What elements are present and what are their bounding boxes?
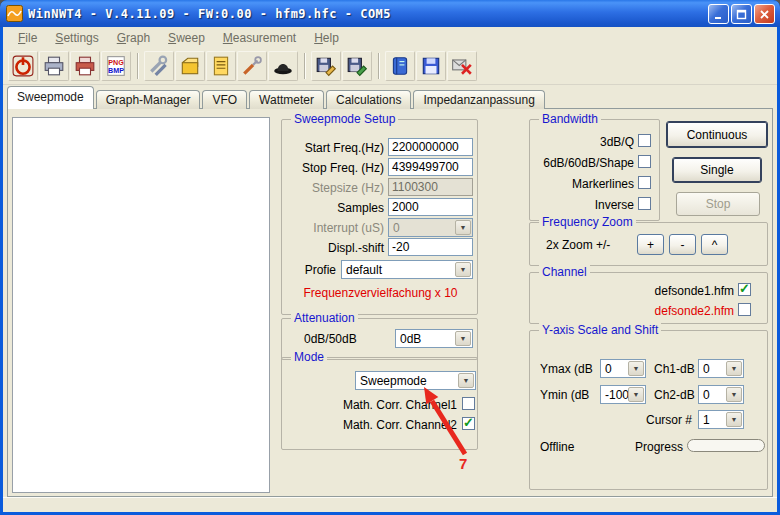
frequency-multiplier-note: Frequenzvervielfachung x 10 (282, 286, 479, 300)
print-color-button[interactable] (70, 51, 100, 81)
profile-label: Profie (284, 263, 336, 277)
ymin-combo[interactable]: -100 (600, 385, 646, 404)
dropdown-arrow-icon[interactable] (628, 387, 644, 402)
dropdown-arrow-icon[interactable] (726, 387, 742, 402)
start-freq-input[interactable]: 2200000000 (388, 138, 473, 156)
ch2-db-combo[interactable]: 0 (698, 385, 744, 404)
tools-button[interactable] (144, 51, 174, 81)
zoom-minus-button[interactable]: - (669, 234, 696, 255)
math-corr-ch1-checkbox[interactable] (462, 397, 475, 410)
attenuation-combo[interactable]: 0dB (395, 329, 473, 348)
check-mark: ✓ (463, 415, 474, 430)
sweep-display-listbox[interactable] (12, 117, 270, 493)
ch2-db-label: Ch2-dB (654, 388, 695, 402)
menu-measurement[interactable]: Measurement (214, 29, 305, 47)
profile-combo[interactable]: default (341, 260, 473, 279)
notebook-button[interactable] (385, 51, 415, 81)
stop-freq-label: Stop Freq. (Hz) (284, 161, 384, 175)
save-disk-icon (420, 55, 442, 77)
group-title: Frequency Zoom (539, 215, 636, 229)
app-icon (6, 5, 23, 22)
tab-graph-manager[interactable]: Graph-Manager (96, 90, 201, 109)
save-button[interactable] (416, 51, 446, 81)
menu-sweep[interactable]: Sweep (159, 29, 214, 47)
export-image-button[interactable]: PNG BMP (101, 51, 131, 81)
math-corr-ch1-label: Math. Corr. Channel1 (284, 398, 457, 412)
window-title: WinNWT4 - V.4.11.09 - FW:0.00 - hfm9.hfc… (28, 7, 391, 21)
save-edit-2-button[interactable] (342, 51, 372, 81)
print-button[interactable] (39, 51, 69, 81)
mail-delete-button[interactable] (447, 51, 477, 81)
mail-delete-icon (451, 55, 473, 77)
samples-input[interactable]: 2000 (388, 198, 473, 216)
single-button[interactable]: Single (672, 157, 762, 183)
channel2-label: defsonde2.hfm (534, 304, 734, 318)
dropdown-arrow-icon[interactable] (455, 331, 471, 346)
tab-sweepmode[interactable]: Sweepmode (7, 86, 94, 109)
dropdown-arrow-icon[interactable] (628, 361, 644, 376)
minimize-icon (713, 9, 724, 20)
cursor-combo[interactable]: 1 (698, 410, 744, 429)
menu-file[interactable]: File (9, 29, 46, 47)
continuous-button[interactable]: Continuous (666, 121, 768, 148)
cursor-label: Cursor # (592, 413, 692, 427)
service-tools-icon (241, 55, 263, 77)
service-tools-button[interactable] (237, 51, 267, 81)
dropdown-arrow-icon[interactable] (726, 412, 742, 427)
tab-impedanzanpassung[interactable]: Impedanzanpassung (413, 90, 544, 109)
group-title: Mode (291, 350, 327, 364)
status-bar (3, 497, 777, 512)
math-corr-ch2-label: Math. Corr. Channel2 (284, 418, 457, 432)
tools-wrench-icon (148, 55, 170, 77)
stop-freq-input[interactable]: 4399499700 (388, 158, 473, 176)
bandwidth-group: Bandwidth 3dB/Q 6dB/60dB/Shape Markerlin… (529, 119, 660, 221)
ymax-combo[interactable]: 0 (600, 359, 646, 378)
minimize-button[interactable] (708, 4, 729, 24)
close-button[interactable] (754, 4, 775, 24)
zoom-reset-button[interactable]: ^ (701, 234, 728, 255)
menu-bar: File Settings Graph Sweep Measurement He… (3, 27, 777, 48)
bw-inverse-label: Inverse (532, 198, 634, 212)
ch1-db-combo[interactable]: 0 (698, 359, 744, 378)
dropdown-arrow-icon[interactable] (455, 262, 471, 277)
menu-help[interactable]: Help (305, 29, 348, 47)
group-title: Sweepmode Setup (291, 112, 398, 126)
bw-6db-label: 6dB/60dB/Shape (532, 156, 634, 170)
tab-bar: Sweepmode Graph-Manager VFO Wattmeter Ca… (7, 86, 547, 109)
printer-icon (43, 55, 65, 77)
channel1-checkbox[interactable]: ✓ (738, 283, 751, 296)
annotation-number: 7 (459, 455, 467, 472)
bw-3db-checkbox[interactable] (638, 134, 651, 147)
menu-settings[interactable]: Settings (46, 29, 107, 47)
power-off-button[interactable] (8, 51, 38, 81)
maximize-button[interactable] (731, 4, 752, 24)
dropdown-arrow-icon[interactable] (458, 373, 474, 388)
maximize-icon (736, 9, 747, 20)
title-bar[interactable]: WinNWT4 - V.4.11.09 - FW:0.00 - hfm9.hfc… (0, 0, 780, 27)
app-window: WinNWT4 - V.4.11.09 - FW:0.00 - hfm9.hfc… (0, 0, 780, 515)
bw-6db-checkbox[interactable] (638, 155, 651, 168)
bw-inverse-checkbox[interactable] (638, 197, 651, 210)
channel2-checkbox[interactable] (738, 303, 751, 316)
close-icon (759, 9, 770, 20)
menu-graph[interactable]: Graph (108, 29, 159, 47)
tab-wattmeter[interactable]: Wattmeter (249, 90, 324, 109)
dropdown-arrow-icon[interactable] (726, 361, 742, 376)
svg-text:BMP: BMP (108, 67, 124, 75)
math-corr-ch2-checkbox[interactable]: ✓ (462, 417, 475, 430)
component-box-button[interactable] (175, 51, 205, 81)
tab-calculations[interactable]: Calculations (326, 90, 411, 109)
ymax-label: Ymax (dB (540, 362, 593, 376)
calibration-hat-button[interactable] (268, 51, 298, 81)
zoom-label: 2x Zoom +/- (546, 238, 610, 252)
tab-vfo[interactable]: VFO (202, 90, 247, 109)
mode-combo[interactable]: Sweepmode (355, 371, 476, 390)
bw-markerlines-checkbox[interactable] (638, 176, 651, 189)
save-edit-1-button[interactable] (311, 51, 341, 81)
interrupt-combo: 0 (388, 218, 473, 237)
displ-shift-input[interactable]: -20 (388, 238, 473, 256)
bw-markerlines-label: Markerlines (532, 177, 634, 191)
channel-group: Channel defsonde1.hfm ✓ defsonde2.hfm (529, 272, 768, 324)
zoom-plus-button[interactable]: + (637, 234, 664, 255)
log-list-button[interactable] (206, 51, 236, 81)
